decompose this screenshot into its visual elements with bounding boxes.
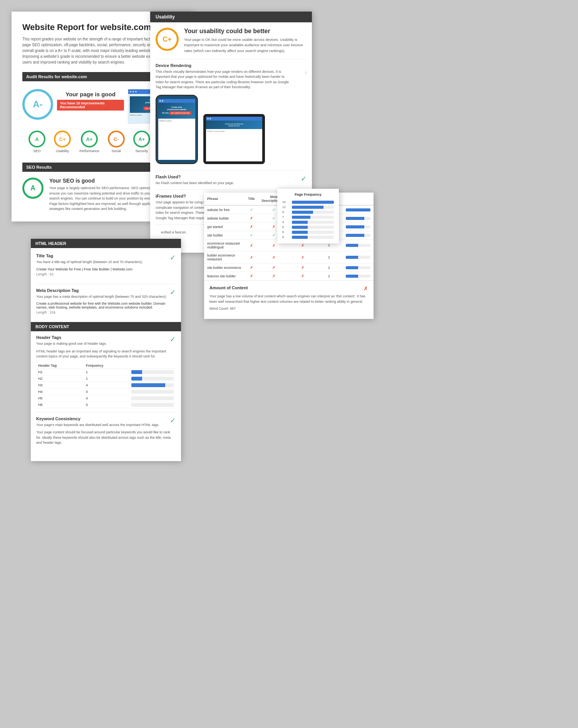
meta-desc-row: Meta Description Tag Your page has a met… <box>36 288 176 319</box>
col-frequency: Frequency <box>84 362 129 369</box>
kw-meta: ✗ <box>258 263 290 272</box>
keyword-check-icon: ✓ <box>170 416 176 425</box>
freq-title: Page Frequency <box>281 193 335 196</box>
device-images: Create yourprofessional websitefor free … <box>156 95 307 164</box>
amount-header-row: Amount of Content ✗ <box>209 285 368 292</box>
info-icon[interactable]: i <box>305 69 307 76</box>
improvements-badge: You have 10 Improvements Recommended <box>57 100 124 111</box>
cross-icon: ✗ <box>301 274 304 278</box>
kw-phrase: website builder <box>204 214 245 223</box>
cross-icon: ✗ <box>250 243 253 248</box>
check-icon: ✓ <box>250 208 253 212</box>
header-tag-row: H1 1 <box>36 369 176 375</box>
grade-item-usability: C+ Usability <box>54 131 71 153</box>
usability-top: C+ Your usability could be better Your p… <box>156 28 307 54</box>
kw-freq-num: 2 <box>315 252 343 263</box>
seo-grade-medium: A <box>22 178 44 199</box>
device-rendering-text: This check visually demonstrates how you… <box>156 69 290 90</box>
tablet-mockup: Create your professionalwebsite for free… <box>203 114 265 164</box>
header-bar-cell <box>129 401 176 408</box>
meta-desc-value: Create a professional website for free w… <box>36 302 170 309</box>
tablet-hero: Create your professionalwebsite for free <box>206 121 262 129</box>
social-label: Social <box>112 149 121 153</box>
header-tags-row: Header Tags Your page is making good use… <box>36 335 176 349</box>
device-rendering-title: Device Rendering <box>156 59 307 68</box>
freq-val: 6 <box>281 230 291 235</box>
html-body: Title Tag You have a title tag of optima… <box>31 248 181 453</box>
security-grade-circle: A+ <box>133 131 150 148</box>
freq-row: 12 <box>281 205 335 210</box>
freq-val: 6 <box>281 235 291 240</box>
usability-grade-circle: C+ <box>54 131 71 148</box>
cross-icon: ✗ <box>250 265 253 270</box>
kw-bar-cell <box>343 231 374 240</box>
header-bar-cell <box>129 382 176 388</box>
kw-phrase: website for free <box>204 205 245 214</box>
freq-row: 8 <box>281 210 335 215</box>
freq-val: 6 <box>281 220 291 225</box>
keyword-consistency-content: Keyword Consistency Your page's main key… <box>36 416 159 430</box>
kw-headings: ✗ <box>290 252 315 263</box>
amount-cross-icon: ✗ <box>364 285 368 292</box>
freq-bar-cell <box>291 215 335 220</box>
cross-icon: ✗ <box>272 265 275 270</box>
kw-phrase: ecommerce restaurant multilingual <box>204 240 245 252</box>
freq-row: 6 <box>281 220 335 225</box>
freq-bar-cell <box>291 220 335 225</box>
phone-hero: Create yourprofessional websitefor free … <box>158 103 195 119</box>
header-tags-desc: Your page is making good use of header t… <box>36 341 107 347</box>
grade-item-security: A+ Security <box>133 131 150 153</box>
html-divider-2 <box>36 412 176 413</box>
phone-cta-btn: GET STARTED FOR FREE <box>169 111 191 115</box>
header-bar-cell <box>129 388 176 395</box>
keyword-detail: Your page content should be focused arou… <box>36 430 176 446</box>
header-tags-title: Header Tags <box>36 335 107 340</box>
keyword-row: features site builder ✗ ✗ ✗ 2 <box>204 272 374 280</box>
security-label: Security <box>136 149 148 153</box>
grade-item-social: C- Social <box>108 131 125 153</box>
usability-title: Your usability could be better <box>184 28 307 35</box>
kw-bar-cell <box>343 223 374 231</box>
favicon-text: ecified a favicon. <box>161 230 187 234</box>
header-tag-cell: H3 <box>36 382 84 388</box>
keyword-title: Keyword Consistency <box>36 416 159 421</box>
tablet-screen: Create your professionalwebsite for free… <box>206 117 262 161</box>
header-tag-cell: H1 <box>36 369 84 375</box>
cross-icon: ✗ <box>250 274 253 278</box>
freq-card: Page Frequency 16 12 8 <box>277 189 339 243</box>
cross-icon: ✗ <box>250 225 253 229</box>
meta-desc-length: Length : 156 <box>36 310 170 314</box>
kw-bar-cell <box>343 263 374 272</box>
freq-bar-cell <box>291 230 335 235</box>
keyword-row: builder ecommerce restaurant ✗ ✗ ✗ 2 <box>204 252 374 263</box>
performance-grade-circle: A+ <box>81 131 98 148</box>
freq-row: 6 <box>281 230 335 235</box>
keyword-row: site builder ecommerce ✗ ✗ ✗ 2 <box>204 263 374 272</box>
header-freq-cell: 1 <box>84 369 129 375</box>
header-tag-row: H3 4 <box>36 382 176 388</box>
body-content-bar: BODY CONTENT <box>31 322 181 331</box>
title-tag-check-icon: ✓ <box>170 253 176 262</box>
kw-freq-num: 2 <box>315 263 343 272</box>
freq-bar-cell <box>291 235 335 240</box>
tablet-content: Build your unique website... <box>206 129 262 133</box>
usability-label: Usability <box>56 149 69 153</box>
html-header-bar: HTML HEADER <box>31 239 181 248</box>
kw-title: ✗ <box>245 252 258 263</box>
col-freq-bar <box>343 193 374 205</box>
freq-val: 8 <box>281 210 291 215</box>
col-title: Title <box>245 193 258 205</box>
grade-item-performance: A+ Performance <box>79 131 99 153</box>
header-tags-check-icon: ✓ <box>170 335 176 344</box>
meta-desc-content: Meta Description Tag Your page has a met… <box>36 288 170 319</box>
header-tag-cell: H2 <box>36 375 84 382</box>
header-tag-row: H4 0 <box>36 388 176 395</box>
header-freq-cell: 0 <box>84 401 129 408</box>
check-icon: ✓ <box>272 216 275 220</box>
flash-check-row: Flash Used? No Flash content has been id… <box>156 170 307 190</box>
flash-check-icon: ✓ <box>301 174 307 183</box>
cross-icon: ✗ <box>301 255 304 260</box>
header-freq-cell: 1 <box>84 375 129 382</box>
seo-label: SEO <box>34 149 41 153</box>
freq-bar-cell <box>291 200 335 205</box>
